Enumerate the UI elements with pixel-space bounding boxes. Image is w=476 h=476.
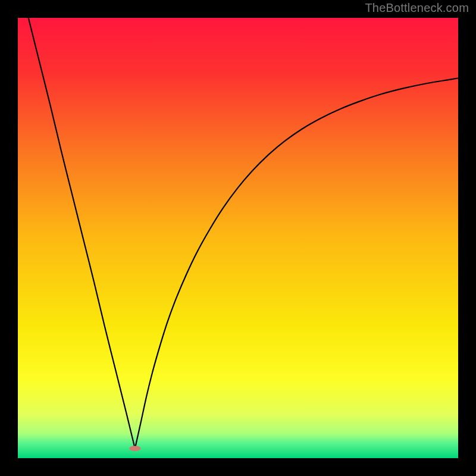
chart-svg [18, 18, 458, 458]
chart-frame: TheBottleneck.com [0, 0, 476, 476]
watermark-text: TheBottleneck.com [365, 1, 469, 15]
min-marker [129, 446, 140, 451]
chart-background [18, 18, 458, 458]
plot-area [18, 18, 458, 458]
